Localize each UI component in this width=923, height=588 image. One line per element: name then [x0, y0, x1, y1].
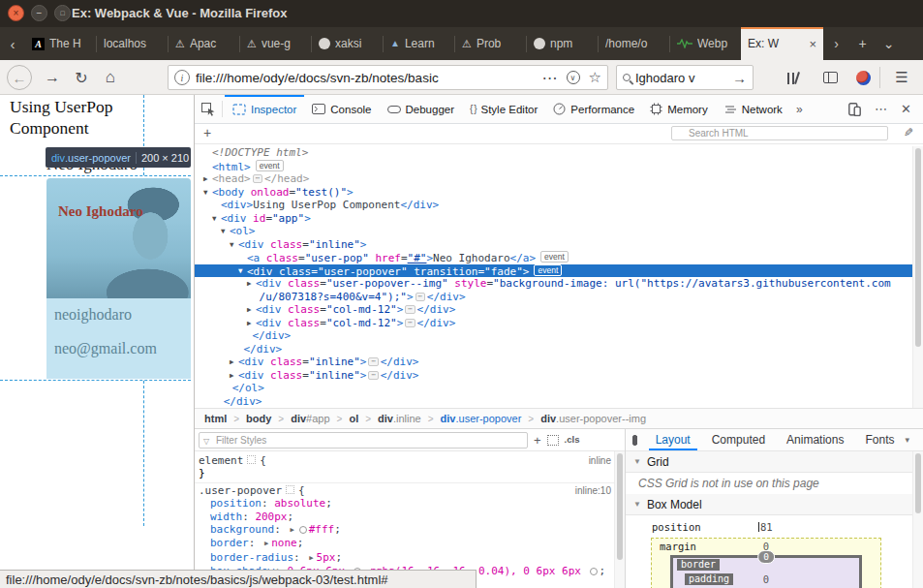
- position-value[interactable]: 81: [758, 521, 773, 533]
- boxmodel-border[interactable]: border 0 padding 0: [670, 555, 862, 588]
- event-badge[interactable]: event: [256, 160, 284, 171]
- sidebar-toggle-icon[interactable]: [632, 435, 637, 446]
- devtools-menu-icon[interactable]: ⋯: [875, 103, 887, 115]
- devtools-close-icon[interactable]: ✕: [901, 103, 911, 115]
- element-picker-button[interactable]: [200, 102, 216, 116]
- breadcrumb-item-body[interactable]: body: [246, 413, 271, 424]
- back-button[interactable]: ←: [6, 60, 33, 95]
- markup-view[interactable]: <!DOCTYPE html><html>event▶<head>⋯</head…: [195, 146, 923, 408]
- search-bar[interactable]: →: [616, 65, 754, 90]
- toggle-classes-button[interactable]: .cls: [565, 435, 580, 445]
- search-input[interactable]: [635, 71, 727, 85]
- browser-tab-home-o[interactable]: /home/o: [599, 27, 669, 60]
- bookmark-star-icon[interactable]: ☆: [589, 69, 601, 86]
- css-declaration[interactable]: width: 200px;: [195, 511, 625, 523]
- color-swatch-icon[interactable]: [299, 526, 307, 534]
- sidebar-tab-fonts[interactable]: Fonts: [854, 429, 905, 450]
- event-badge[interactable]: event: [540, 251, 569, 263]
- breadcrumb-item-div-inline[interactable]: div.inline: [378, 413, 421, 424]
- event-badge[interactable]: event: [534, 264, 562, 276]
- boxmodel-margin[interactable]: margin 0 border 0 padding 0: [651, 538, 881, 588]
- markup-line[interactable]: </ol>: [195, 382, 923, 395]
- breadcrumb-item-html[interactable]: html: [204, 413, 227, 424]
- markup-line[interactable]: ▶<div class="inline">⋯</div>: [195, 356, 923, 369]
- window-close-icon[interactable]: ×: [8, 5, 24, 21]
- expand-arrow-icon[interactable]: ▶: [230, 357, 238, 366]
- library-button[interactable]: [781, 60, 806, 95]
- add-rule-button[interactable]: +: [534, 434, 541, 447]
- inline-ellipsis-badge[interactable]: ⋯: [253, 174, 262, 183]
- menu-button[interactable]: ☰: [887, 60, 916, 95]
- sidebar-tab-computed[interactable]: Computed: [701, 429, 776, 450]
- rules-scrollbar[interactable]: [614, 451, 625, 588]
- collapse-arrow-icon[interactable]: ▼: [230, 240, 238, 249]
- expand-arrow-icon[interactable]: ▶: [203, 174, 212, 183]
- sidebar-button[interactable]: [817, 60, 843, 95]
- add-node-button[interactable]: +: [203, 125, 211, 140]
- markup-line[interactable]: </div>: [195, 395, 923, 409]
- browser-tab-vue-g[interactable]: ⚠vue-g: [240, 27, 311, 60]
- markup-line[interactable]: <!DOCTYPE html>: [195, 146, 923, 160]
- rule-source-link[interactable]: inline: [589, 455, 611, 466]
- inline-ellipsis-badge[interactable]: ⋯: [368, 357, 378, 366]
- pseudo-class-panel-icon[interactable]: [547, 435, 559, 446]
- expand-arrow-icon[interactable]: ▶: [230, 371, 238, 380]
- boxmodel-padding[interactable]: padding 0: [676, 572, 856, 588]
- sidebar-tab-layout[interactable]: Layout: [645, 429, 701, 450]
- css-declaration[interactable]: border-radius: ▶5px;: [195, 551, 625, 565]
- rules-list[interactable]: inlineelement{}inline:10.user-popover{po…: [195, 451, 625, 588]
- expand-arrow-icon[interactable]: ▶: [247, 279, 256, 288]
- padding-top-value[interactable]: 0: [763, 573, 769, 585]
- markup-line[interactable]: <a class="user-pop" href="#">Neo Ighodar…: [195, 251, 923, 264]
- breadcrumb-item-div-user-popover[interactable]: div.user-popover: [441, 413, 522, 424]
- new-tab-button[interactable]: +: [849, 27, 876, 60]
- boxmodel-section-header[interactable]: ▼ Box Model: [626, 494, 923, 515]
- window-minimize-icon[interactable]: −: [31, 5, 47, 21]
- devtools-tab-style-editor[interactable]: { }Style Editor: [462, 95, 545, 123]
- reload-button[interactable]: ↻: [70, 60, 93, 95]
- browser-tab-learn[interactable]: ▲Learn: [384, 27, 454, 60]
- browser-tab-prob[interactable]: ⚠Prob: [455, 27, 526, 60]
- url-bar[interactable]: i file:///home/ody/e/docs/svn-zb/notes/b…: [168, 65, 608, 90]
- eyedropper-icon[interactable]: ✎: [904, 126, 913, 139]
- markup-line[interactable]: ▼<ol>: [195, 225, 923, 238]
- devtools-tab-debugger[interactable]: Debugger: [380, 95, 463, 123]
- collapse-arrow-icon[interactable]: ▼: [221, 227, 230, 235]
- browser-tab-the-h[interactable]: AThe H: [25, 27, 96, 60]
- css-declaration[interactable]: border: ▶none;: [195, 537, 625, 550]
- tab-close-icon[interactable]: ×: [809, 38, 816, 50]
- list-all-tabs-icon[interactable]: ⌄: [876, 27, 902, 60]
- breadcrumb-item-div-user-popover-img[interactable]: div.user-popover--img: [540, 413, 646, 424]
- grid-section-header[interactable]: ▼ Grid: [626, 451, 923, 473]
- scroll-tabs-left-icon[interactable]: ‹: [0, 27, 25, 60]
- markup-line[interactable]: ▼<div id="app">: [195, 212, 923, 226]
- filter-styles-input[interactable]: [199, 432, 528, 449]
- markup-line[interactable]: ▶<head>⋯</head>: [195, 172, 923, 186]
- markup-line[interactable]: ▶<div class="user-popover--img" style="b…: [195, 277, 923, 291]
- devtools-tab-network[interactable]: Network: [716, 95, 790, 123]
- forward-button[interactable]: →: [41, 60, 64, 95]
- extension-button[interactable]: [850, 60, 876, 95]
- expand-arrow-icon[interactable]: ▶: [247, 319, 256, 327]
- browser-tab-apac[interactable]: ⚠Apac: [169, 27, 239, 60]
- border-top-value[interactable]: 0: [757, 550, 775, 564]
- devtools-tab-inspector[interactable]: Inspector: [225, 95, 304, 123]
- markup-line[interactable]: ▶<div class="col-md-12">⋯</div>: [195, 317, 923, 330]
- markup-line[interactable]: /u/807318?s=400&v=4");">⋯</div>: [195, 291, 923, 304]
- expand-arrow-icon[interactable]: ▶: [290, 526, 293, 534]
- more-tools-icon[interactable]: »: [790, 103, 809, 116]
- rule-source-link[interactable]: inline:10: [575, 485, 611, 496]
- markup-line-selected[interactable]: ▼<div class="user-popover" transition="f…: [195, 264, 923, 278]
- expand-arrow-icon[interactable]: ▶: [264, 540, 268, 547]
- scroll-tabs-right-icon[interactable]: ›: [823, 27, 849, 60]
- breadcrumb-item-div-app[interactable]: div#app: [291, 413, 329, 424]
- devtools-tab-console[interactable]: Console: [304, 95, 379, 123]
- inline-ellipsis-badge[interactable]: ⋯: [368, 371, 378, 380]
- sidebar-tab-animations[interactable]: Animations: [776, 429, 854, 450]
- css-declaration[interactable]: background: ▶#fff;: [195, 523, 625, 537]
- css-rule[interactable]: inlineelement{}: [195, 453, 625, 483]
- devtools-tab-performance[interactable]: Performance: [545, 95, 642, 123]
- window-maximize-icon[interactable]: □: [54, 5, 71, 21]
- page-actions-icon[interactable]: ⋯: [542, 69, 558, 87]
- collapse-arrow-icon[interactable]: ▼: [238, 266, 247, 275]
